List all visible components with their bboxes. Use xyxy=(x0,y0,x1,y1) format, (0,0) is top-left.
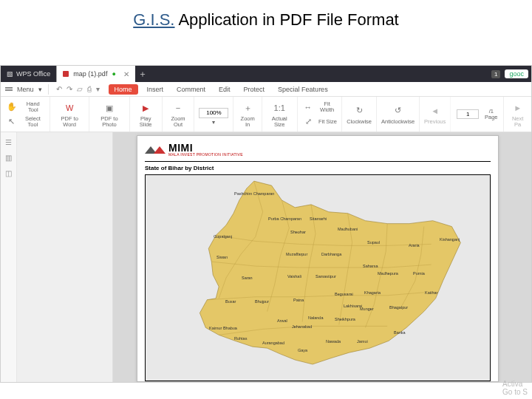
zoom-field-group: ▾ xyxy=(194,97,233,132)
titlebar: ▧ WPS Office map (1).pdf ● ✕ ＋ 1 gooc xyxy=(1,66,531,82)
canvas[interactable]: MIMI MALA INVEST PROMOTION INITIATIVE St… xyxy=(113,132,531,382)
quick-access: ↶ ↷ ▱ ⎙ ▾ xyxy=(55,85,100,93)
menu-caret-icon: ▾ xyxy=(38,86,42,93)
menu-icon[interactable] xyxy=(5,87,13,91)
fit-size[interactable]: ⤢Fit Size xyxy=(302,115,337,129)
play-slide[interactable]: ▶Play Slide xyxy=(130,97,163,132)
fit-size-icon: ⤢ xyxy=(302,115,316,129)
wps-logo-icon: ▧ xyxy=(7,70,13,78)
tab-home[interactable]: Home xyxy=(109,84,138,95)
title-prefix: G.I.S. xyxy=(133,10,174,29)
anticlockwise-icon: ↺ xyxy=(392,104,405,117)
chevron-left-icon: ◄ xyxy=(429,104,442,117)
bookmark-icon[interactable]: ☰ xyxy=(5,138,12,146)
tab-filename: map (1).pdf xyxy=(73,70,107,78)
undo-icon[interactable]: ↶ xyxy=(56,85,62,93)
redo-icon[interactable]: ↷ xyxy=(66,85,72,93)
word-icon: W xyxy=(63,101,76,115)
save-icon[interactable]: ▱ xyxy=(77,85,83,93)
watermark-line1: Activa xyxy=(502,380,528,388)
menu-label[interactable]: Menu xyxy=(17,86,34,93)
windows-watermark: Activa Go to S xyxy=(502,380,528,396)
close-tab-icon[interactable]: ✕ xyxy=(123,70,129,78)
fit-width-icon: ↔ xyxy=(302,100,315,114)
previous-page[interactable]: ◄Previous xyxy=(420,97,451,132)
page-total: /1 Page xyxy=(483,109,499,120)
ribbon: ✋Hand Tool ↖Select Tool WPDF to Word ▣PD… xyxy=(1,97,531,132)
actual-size-icon: 1:1 xyxy=(273,101,286,115)
divider xyxy=(145,161,491,162)
bihar-map: Pashchim ChamparanGopalganjSiwanSaranPur… xyxy=(145,174,491,381)
hand-icon: ✋ xyxy=(5,100,18,114)
map-title: State of Bihar by District xyxy=(145,165,491,171)
new-tab-button[interactable]: ＋ xyxy=(135,68,150,81)
chevron-right-icon: ► xyxy=(511,101,525,115)
left-gutter: ☰ ▥ ◫ xyxy=(1,132,17,382)
pdf-page: MIMI MALA INVEST PROMOTION INITIATIVE St… xyxy=(137,135,499,382)
zoom-caret-icon[interactable]: ▾ xyxy=(212,120,215,126)
next-page[interactable]: ►Next Pa xyxy=(504,97,531,132)
app-brand[interactable]: ▧ WPS Office xyxy=(1,70,56,78)
fit-width[interactable]: ↔Fit Width xyxy=(302,100,338,114)
sync-ok-icon: ● xyxy=(112,70,115,78)
photo-icon: ▣ xyxy=(103,101,116,115)
map-svg xyxy=(146,175,490,381)
account-button[interactable]: gooc xyxy=(505,69,528,78)
zoom-out[interactable]: −Zoom Out xyxy=(163,97,195,132)
brand-subtext: MALA INVEST PROMOTION INITIATIVE xyxy=(168,152,243,157)
tab-comment[interactable]: Comment xyxy=(172,86,210,93)
print-icon[interactable]: ⎙ xyxy=(87,85,92,93)
zoom-out-icon: − xyxy=(171,101,185,115)
actual-size[interactable]: 1:1Actual Size xyxy=(262,97,298,132)
app-name: WPS Office xyxy=(16,70,50,78)
separator xyxy=(48,84,49,95)
select-tool[interactable]: ↖Select Tool xyxy=(5,115,45,129)
tab-insert[interactable]: Insert xyxy=(143,86,168,93)
zoom-in[interactable]: ＋Zoom In xyxy=(233,97,262,132)
notification-badge[interactable]: 1 xyxy=(491,70,500,78)
pdf-to-photo[interactable]: ▣PDF to Photo xyxy=(89,97,130,132)
hand-tool[interactable]: ✋Hand Tool xyxy=(5,100,45,114)
rotate-acw[interactable]: ↺Anticlockwise xyxy=(377,97,420,132)
fit-group: ↔Fit Width ⤢Fit Size xyxy=(298,97,343,132)
play-icon: ▶ xyxy=(139,101,152,115)
cursor-icon: ↖ xyxy=(5,115,18,129)
document-tab[interactable]: map (1).pdf ● ✕ xyxy=(56,66,134,82)
thumbnail-pane[interactable] xyxy=(17,132,113,382)
brand-block: MIMI MALA INVEST PROMOTION INITIATIVE xyxy=(145,142,491,157)
zoom-in-icon: ＋ xyxy=(241,101,254,115)
col-tools: ✋Hand Tool ↖Select Tool xyxy=(1,97,50,132)
tab-special[interactable]: Special Features xyxy=(273,86,332,93)
pdf-icon xyxy=(63,71,69,77)
page-input[interactable] xyxy=(457,109,479,119)
title-rest: Application in PDF File Format xyxy=(178,10,398,29)
mimi-logo-icon xyxy=(145,143,166,155)
more-qa-icon[interactable]: ▾ xyxy=(96,85,100,93)
menubar: Menu ▾ ↶ ↷ ▱ ⎙ ▾ Home Insert Comment Edi… xyxy=(1,82,531,97)
pdf-to-word[interactable]: WPDF to Word xyxy=(50,97,89,132)
screenshot-frame: ▧ WPS Office map (1).pdf ● ✕ ＋ 1 gooc Me… xyxy=(0,65,532,383)
thumbnails-icon[interactable]: ▥ xyxy=(5,154,12,162)
tab-protect[interactable]: Protect xyxy=(239,86,270,93)
attachments-icon[interactable]: ◫ xyxy=(5,169,12,177)
slide-title: G.I.S. Application in PDF File Format xyxy=(0,0,532,35)
page-indicator: /1 Page xyxy=(451,97,504,132)
clockwise-icon: ↻ xyxy=(352,104,366,117)
watermark-line2: Go to S xyxy=(502,388,528,396)
workspace: ☰ ▥ ◫ MIMI MALA INVEST PROMOTION INITIAT… xyxy=(1,132,531,382)
tab-edit[interactable]: Edit xyxy=(214,86,235,93)
zoom-input[interactable] xyxy=(199,108,228,118)
rotate-cw[interactable]: ↻Clockwise xyxy=(342,97,377,132)
